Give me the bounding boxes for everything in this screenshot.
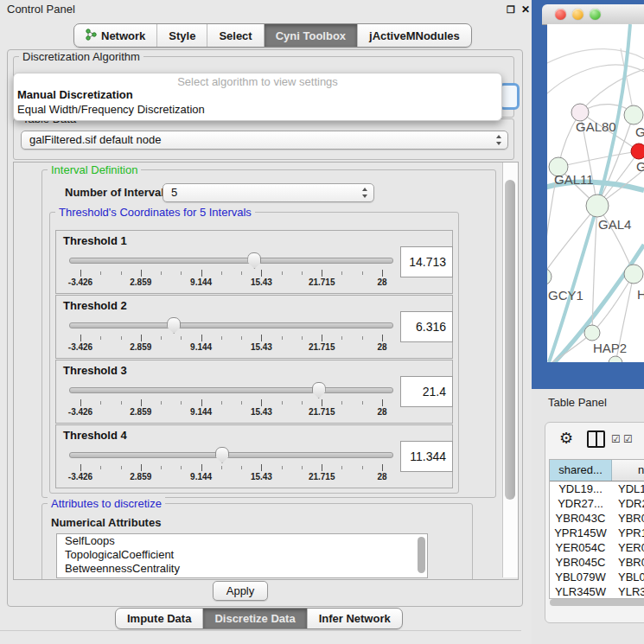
slider-thumb[interactable] xyxy=(167,317,181,334)
threshold-2-slider[interactable]: -3.4262.8599.14415.4321.71528 xyxy=(80,316,382,351)
checkbox-icon[interactable]: ☑ xyxy=(623,433,633,445)
attribute-list-item[interactable]: TopologicalCoefficient xyxy=(57,548,427,562)
slider-tick xyxy=(261,270,262,277)
slider-tick xyxy=(161,336,162,340)
cell-name[interactable]: YBL0 xyxy=(611,570,644,584)
cell-shared-name[interactable]: YDL19... xyxy=(550,481,611,496)
network-node-H-node[interactable] xyxy=(624,265,643,284)
cell-shared-name[interactable]: YER054C xyxy=(550,540,611,555)
tab-select[interactable]: Select xyxy=(207,24,264,47)
slider-tick-label: 28 xyxy=(377,472,386,481)
table-data-combobox[interactable]: galFiltered.sif default node xyxy=(21,131,508,150)
tab-jactivemnodules[interactable]: jActiveMNodules xyxy=(358,24,471,47)
network-node-node-bottom[interactable] xyxy=(609,356,622,362)
table-panel-title: Table Panel xyxy=(548,396,607,409)
column-header-name[interactable]: na xyxy=(612,460,644,481)
tab-network[interactable]: Network xyxy=(74,24,157,47)
popup-item-manual-discretization[interactable]: Manual Discretization xyxy=(17,88,498,101)
slider-tick xyxy=(161,271,162,275)
number-of-intervals-combobox[interactable]: 5 xyxy=(163,183,374,202)
cell-shared-name[interactable]: YLR345W xyxy=(550,584,611,598)
table-row[interactable]: YLR345WYLR3 xyxy=(550,584,644,598)
node-attribute-table[interactable]: shared... na YDL19...YDL1YDR27...YDR2YBR… xyxy=(549,459,644,599)
slider-thumb[interactable] xyxy=(312,382,326,399)
close-traffic-light-icon[interactable] xyxy=(555,9,566,20)
tab-style[interactable]: Style xyxy=(157,24,207,47)
table-header-row: shared... na xyxy=(550,460,644,481)
network-edge xyxy=(547,65,644,93)
slider-tick xyxy=(221,336,222,340)
table-row[interactable]: YDL19...YDL1 xyxy=(550,481,644,496)
threshold-2-value-field[interactable]: 6.316 xyxy=(400,311,453,342)
cell-name[interactable]: YBR0 xyxy=(611,511,644,526)
table-row[interactable]: YBR045CYBR0 xyxy=(550,555,644,570)
scrollbar-thumb[interactable] xyxy=(505,180,515,500)
slider-thumb[interactable] xyxy=(247,252,261,269)
network-node-GAL4[interactable] xyxy=(586,194,609,217)
column-header-shared-name[interactable]: shared... xyxy=(550,460,612,481)
cell-shared-name[interactable]: YDR27... xyxy=(550,496,611,511)
slider-tick xyxy=(382,335,383,341)
slider-tick xyxy=(201,335,202,341)
threshold-3-value-field[interactable]: 21.4 xyxy=(400,376,453,407)
threshold-4-value-field[interactable]: 11.344 xyxy=(400,441,453,472)
tab-impute-data[interactable]: Impute Data xyxy=(116,609,203,628)
table-row[interactable]: YBR043CYBR0 xyxy=(550,511,644,526)
slider-tick-label: 2.859 xyxy=(130,407,151,417)
table-row[interactable]: YBL079WYBL0 xyxy=(550,570,644,584)
cell-shared-name[interactable]: YBL079W xyxy=(550,570,611,584)
algorithm-dropdown-hint: Select algorithm to view settings xyxy=(14,75,501,88)
network-node-GAL80[interactable] xyxy=(571,104,589,121)
checkbox-icon[interactable]: ☑ xyxy=(611,433,621,445)
slider-tick xyxy=(362,466,363,469)
threshold-1-slider[interactable]: -3.4262.8599.14415.4321.71528 xyxy=(80,252,382,286)
settings-vertical-scrollbar[interactable] xyxy=(502,163,518,577)
cell-name[interactable]: YPR1 xyxy=(611,526,644,540)
network-canvas[interactable]: GAL80GALGGAL11GAL4GCY1HHAP2 xyxy=(547,24,644,362)
attribute-list-item[interactable]: SelfLoops xyxy=(57,534,427,548)
close-panel-icon[interactable]: ✕ xyxy=(520,3,532,16)
table-row[interactable]: YER054CYER0 xyxy=(550,540,644,555)
cell-name[interactable]: YER0 xyxy=(611,540,644,555)
threshold-1-value-field[interactable]: 14.713 xyxy=(400,246,453,277)
cell-shared-name[interactable]: YBR043C xyxy=(550,511,611,526)
numerical-attributes-list[interactable]: SelfLoopsTopologicalCoefficientBetweenne… xyxy=(56,533,428,578)
slider-tick-label: 2.859 xyxy=(130,472,151,481)
table-horizontal-scrollbar[interactable] xyxy=(550,599,644,606)
cell-name[interactable]: YBR0 xyxy=(611,555,644,570)
popup-item-equal-width-frequency[interactable]: Equal Width/Frequency Discretization xyxy=(17,103,498,116)
table-row[interactable]: YDR27...YDR2 xyxy=(550,496,644,511)
attribute-list-item[interactable]: BetweennessCentrality xyxy=(57,562,427,576)
slider-tick xyxy=(322,335,322,341)
network-node-GCY1[interactable] xyxy=(547,268,552,285)
network-node-node-top-right[interactable] xyxy=(624,105,643,124)
gear-icon[interactable]: ⚙ xyxy=(559,429,573,448)
tab-cyni-toolbox[interactable]: Cyni Toolbox xyxy=(265,24,358,47)
cell-shared-name[interactable]: YPR145W xyxy=(550,526,611,540)
float-window-icon[interactable]: ❐ xyxy=(505,3,517,16)
slider-thumb[interactable] xyxy=(215,447,229,463)
cell-shared-name[interactable]: YBR045C xyxy=(550,555,611,570)
minimize-traffic-light-icon[interactable] xyxy=(572,9,583,20)
network-node-red-node[interactable] xyxy=(631,143,644,159)
split-columns-icon[interactable] xyxy=(587,430,605,448)
cell-name[interactable]: YDL1 xyxy=(611,481,644,496)
slider-tick-label: 28 xyxy=(377,342,386,352)
apply-button[interactable]: Apply xyxy=(213,581,268,601)
slider-tick xyxy=(382,399,383,406)
cell-name[interactable]: YLR3 xyxy=(611,584,644,598)
attributes-list-scrollbar[interactable] xyxy=(418,537,425,573)
slider-tick xyxy=(241,466,242,469)
slider-tick-label: 28 xyxy=(377,277,386,287)
tab-discretize-data[interactable]: Discretize Data xyxy=(203,609,307,628)
tab-infer-network[interactable]: Infer Network xyxy=(308,609,402,628)
cell-name[interactable]: YDR2 xyxy=(611,496,644,511)
zoom-traffic-light-icon[interactable] xyxy=(590,9,601,20)
network-node-label: HAP2 xyxy=(593,341,627,355)
threshold-4-slider[interactable]: -3.4262.8599.14415.4321.71528 xyxy=(80,446,382,481)
network-window-titlebar[interactable] xyxy=(542,4,644,25)
threshold-3-slider[interactable]: -3.4262.8599.14415.4321.71528 xyxy=(80,381,382,416)
network-node-HAP2[interactable] xyxy=(584,325,600,341)
slider-tick-label: 21.715 xyxy=(309,407,335,417)
table-row[interactable]: YPR145WYPR1 xyxy=(550,526,644,540)
